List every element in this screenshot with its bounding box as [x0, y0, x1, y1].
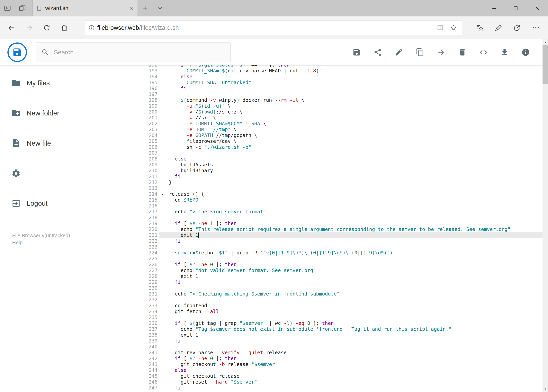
code-line[interactable]: 205 filebrowser/dev \: [135, 138, 548, 144]
code-line[interactable]: 246 git reset --hard "$semver": [135, 379, 548, 385]
tab-close-button[interactable]: [129, 6, 134, 11]
code-line[interactable]: 242 if [ $? -ne 0 ]; then: [135, 356, 548, 362]
copy-button[interactable]: [416, 48, 424, 56]
code-line[interactable]: 240: [135, 344, 548, 350]
code-line[interactable]: 192 if [ "$(git status -s)" == "" ]; the…: [135, 65, 548, 68]
code-line[interactable]: 196 fi: [135, 85, 548, 91]
refresh-button[interactable]: [38, 20, 55, 36]
tabs-preview-button[interactable]: [15, 0, 30, 16]
code-line[interactable]: 199 -u "$(id -u)" \: [135, 103, 548, 109]
code-line[interactable]: 238 exit 1: [135, 332, 548, 338]
tab-list-chevron-button[interactable]: [153, 0, 167, 16]
code-line[interactable]: 221 exit 1: [135, 232, 548, 238]
code-line[interactable]: 230: [135, 285, 548, 291]
maximize-button[interactable]: [505, 0, 527, 16]
code-line[interactable]: 241 git rev-parse --verify --quiet relea…: [135, 350, 548, 356]
code-line[interactable]: 220 echo "This release script requires a…: [135, 226, 548, 232]
close-button[interactable]: [527, 0, 548, 16]
help-link[interactable]: Help: [12, 239, 127, 246]
code-line[interactable]: 211 fi: [135, 174, 548, 179]
code-line[interactable]: 219 if [ $# -ne 1 ]; then: [135, 221, 548, 226]
sidebar-item-logout[interactable]: Logout: [0, 188, 127, 218]
code-line[interactable]: 235: [135, 315, 548, 320]
code-line[interactable]: 207: [135, 150, 548, 156]
code-line[interactable]: 237 echo "Tag $semver does not exist in …: [135, 326, 548, 332]
code-line[interactable]: 213: [135, 185, 548, 191]
delete-button[interactable]: [458, 48, 467, 56]
share-file-button[interactable]: [374, 48, 382, 56]
code-text: if [ $? -ne 0 ]; then: [165, 356, 548, 362]
address-bar[interactable]: filebrowser.web/files/wizard.sh: [85, 21, 462, 35]
search-input[interactable]: [53, 49, 225, 56]
sidebar-item-settings[interactable]: [0, 158, 127, 188]
code-line[interactable]: 212}: [135, 179, 548, 185]
reading-view-button[interactable]: [435, 24, 446, 31]
web-note-button[interactable]: [489, 20, 508, 36]
scroll-up-button[interactable]: ▲: [542, 39, 548, 45]
search-box[interactable]: [36, 42, 231, 62]
rename-button[interactable]: [395, 48, 403, 56]
tab-wizard-sh[interactable]: wizard.sh: [33, 0, 138, 16]
minimize-button[interactable]: [483, 0, 505, 16]
code-line[interactable]: 239 fi: [135, 338, 548, 344]
code-line[interactable]: 201 -w //src \: [135, 115, 548, 121]
save-button[interactable]: [352, 48, 361, 56]
code-line[interactable]: 245 git checkout release: [135, 373, 548, 379]
scroll-down-button[interactable]: ▼: [542, 386, 548, 392]
code-line[interactable]: 197: [135, 91, 548, 97]
hub-button[interactable]: [470, 20, 489, 36]
download-button[interactable]: [500, 48, 509, 56]
move-button[interactable]: [437, 48, 445, 56]
code-line[interactable]: 200 -v /$(pwd):/src:z \: [135, 109, 548, 115]
favorite-button[interactable]: [448, 24, 459, 31]
code-line[interactable]: 229 fi: [135, 279, 548, 285]
code-line[interactable]: 228 exit 1: [135, 273, 548, 279]
code-line[interactable]: 224 semver=$(echo "$1" | grep -P '^v(0|[…: [135, 250, 548, 256]
code-line[interactable]: 195 COMMIT_SHA="untracked": [135, 80, 548, 85]
code-line[interactable]: 217 echo "> Checking semver format": [135, 209, 548, 215]
filebrowser-logo[interactable]: [7, 42, 27, 62]
sidebar-item-new-folder[interactable]: New folder: [0, 98, 127, 128]
code-line[interactable]: 208 else: [135, 156, 548, 162]
code-line[interactable]: 214▾release () {: [135, 191, 548, 197]
forward-button[interactable]: [20, 20, 38, 36]
code-line[interactable]: 215 cd $REPO: [135, 197, 548, 203]
code-line[interactable]: 202 -e COMMIT_SHA=$COMMIT_SHA \: [135, 121, 548, 127]
more-options-button[interactable]: [527, 20, 545, 36]
code-line[interactable]: 194 else: [135, 74, 548, 80]
sidebar-item-new-file[interactable]: New file: [0, 128, 127, 158]
code-line[interactable]: 236 if [ $(git tag | grep "$semver" | wc…: [135, 320, 548, 326]
code-line[interactable]: 225: [135, 256, 548, 262]
code-line[interactable]: 216: [135, 203, 548, 209]
sidebar-item-my-files[interactable]: My files: [0, 68, 127, 98]
share-button[interactable]: [508, 20, 527, 36]
scrollbar-thumb[interactable]: [542, 45, 548, 84]
set-tabs-aside-button[interactable]: [0, 0, 15, 16]
code-line[interactable]: 209 buildAssets: [135, 162, 548, 168]
code-line[interactable]: 231 echo "> Checking matching $semver in…: [135, 291, 548, 297]
back-button[interactable]: [3, 20, 20, 36]
code-line[interactable]: 223: [135, 244, 548, 250]
code-line[interactable]: 222 fi: [135, 238, 548, 244]
code-line[interactable]: 244 else: [135, 367, 548, 373]
code-line[interactable]: 203 -e HOME="//tmp" \: [135, 127, 548, 133]
new-tab-button[interactable]: [138, 0, 153, 16]
code-line[interactable]: 204 -e GOPATH=//tmp/gopath \: [135, 133, 548, 138]
raw-view-button[interactable]: [479, 48, 488, 56]
info-button[interactable]: [521, 48, 530, 56]
code-line[interactable]: 234 git fetch --all: [135, 309, 548, 315]
code-line[interactable]: 226 if [ $? -ne 0 ]; then: [135, 262, 548, 267]
code-line[interactable]: 247 fi: [135, 385, 548, 391]
code-line[interactable]: 232: [135, 297, 548, 303]
code-line[interactable]: 233 cd frontend: [135, 303, 548, 309]
code-line[interactable]: 243 git checkout -b release "$semver": [135, 362, 548, 367]
code-line[interactable]: 210 buildBinary: [135, 168, 548, 174]
fold-arrow-icon[interactable]: ▾: [160, 191, 165, 197]
code-line[interactable]: 218: [135, 215, 548, 221]
code-line[interactable]: 198 $(command -v winpty) docker run --rm…: [135, 97, 548, 103]
home-button[interactable]: [55, 20, 73, 36]
code-line[interactable]: 227 echo "Not valid semver format. See s…: [135, 267, 548, 273]
code-line[interactable]: 206 sh -c "./wizard.sh -b": [135, 144, 548, 150]
code-line[interactable]: 193 COMMIT_SHA="$(git rev-parse HEAD | c…: [135, 68, 548, 74]
code-editor[interactable]: 192 if [ "$(git status -s)" == "" ]; the…: [127, 65, 548, 392]
